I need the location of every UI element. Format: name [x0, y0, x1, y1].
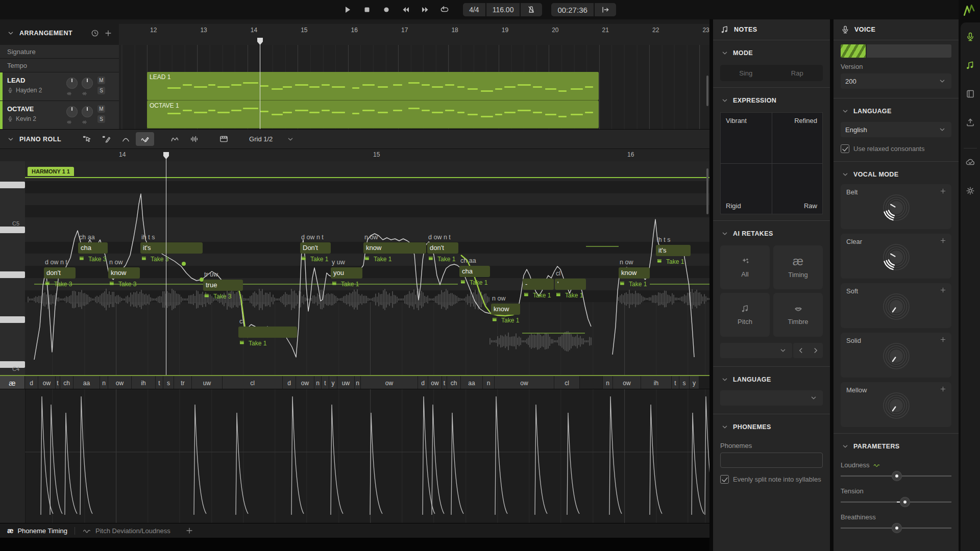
solo-button[interactable]: S: [97, 115, 105, 123]
volume-knob[interactable]: [66, 106, 78, 117]
piano-roll-scrollbar[interactable]: [706, 168, 708, 214]
breathiness-slider[interactable]: [841, 522, 951, 534]
phoneme-segment[interactable]: ch: [447, 376, 461, 390]
pan-knob[interactable]: [82, 106, 93, 117]
soft-knob[interactable]: [883, 293, 910, 320]
voice-avatar-row[interactable]: [841, 44, 951, 58]
phoneme-segment[interactable]: n: [355, 376, 361, 390]
expression-xy-pad[interactable]: Vibrant Refined Rigid Raw: [720, 112, 823, 214]
rewind-button[interactable]: [401, 5, 411, 15]
slider-thumb[interactable]: [900, 497, 910, 507]
phoneme-segment[interactable]: uw: [192, 376, 223, 390]
timecode[interactable]: 00:27:36: [551, 3, 593, 16]
vocal-mode-add-button[interactable]: [939, 336, 947, 343]
chevron-down-icon[interactable]: [6, 135, 15, 144]
select-note-tool[interactable]: [78, 132, 96, 146]
phoneme-segment[interactable]: ow: [428, 376, 442, 390]
clip-lead-1[interactable]: LEAD 1: [147, 72, 599, 101]
vocal-mode-add-button[interactable]: [939, 237, 947, 244]
add-track-button[interactable]: [104, 29, 113, 38]
relaxed-consonants-checkbox[interactable]: [841, 144, 849, 153]
rail-gear-button[interactable]: [965, 186, 975, 196]
loop-button[interactable]: [439, 5, 450, 15]
piano-key[interactable]: [0, 271, 25, 278]
signature-row[interactable]: Signature: [0, 45, 119, 59]
record-button[interactable]: [381, 5, 391, 15]
track-voice[interactable]: Kevin 2: [7, 115, 36, 122]
add-tab-button[interactable]: [185, 526, 194, 535]
piano-roll-ruler[interactable]: 141516: [0, 149, 709, 162]
time-signature[interactable]: 4/4: [463, 3, 485, 16]
loudness-slider[interactable]: [841, 470, 951, 482]
tempo-value[interactable]: 116.00: [486, 3, 520, 16]
tempo-row[interactable]: Tempo: [0, 59, 119, 72]
phoneme-segment[interactable]: t: [322, 376, 329, 390]
voice-name-bar[interactable]: [867, 44, 951, 58]
mellow-knob[interactable]: [883, 392, 910, 419]
belt-knob[interactable]: [883, 194, 910, 221]
phoneme-segment[interactable]: y: [690, 376, 699, 390]
film-tool[interactable]: [214, 132, 233, 146]
track-row-octave[interactable]: OCTAVEKevin 2MS: [0, 101, 119, 130]
ai-retakes-section-header[interactable]: AI RETAKES: [713, 221, 830, 243]
parameters-section-header[interactable]: PARAMETERS: [834, 434, 959, 456]
phoneme-segment[interactable]: n: [603, 376, 613, 390]
voice-language-dropdown[interactable]: English: [841, 122, 951, 137]
jump-to-playhead-button[interactable]: [595, 3, 616, 16]
phoneme-segment[interactable]: ih: [132, 376, 156, 390]
vocal-mode-add-button[interactable]: [939, 385, 947, 393]
arc-tool[interactable]: [116, 132, 135, 146]
voice-avatar-thumbnail[interactable]: [841, 44, 866, 58]
rail-upload-button[interactable]: [965, 117, 975, 128]
clip-octave-1[interactable]: OCTAVE 1: [147, 101, 599, 129]
slider-thumb[interactable]: [892, 523, 902, 533]
piano-key[interactable]: [0, 182, 25, 188]
forward-button[interactable]: [420, 5, 430, 15]
retake-all-button[interactable]: All: [720, 245, 770, 289]
phoneme-segment[interactable]: s: [679, 376, 690, 390]
mode-option-sing[interactable]: Sing: [720, 65, 772, 81]
mute-button[interactable]: M: [97, 77, 105, 84]
phoneme-segment[interactable]: n: [314, 376, 322, 390]
pitch-control-point[interactable]: [155, 246, 159, 251]
voice-language-section-header[interactable]: LANGUAGE: [834, 98, 959, 121]
rail-music-note-button[interactable]: [965, 60, 975, 70]
retake-pitch-button[interactable]: Pitch: [720, 293, 770, 337]
vocal-mode-section-header[interactable]: VOCAL MODE: [834, 162, 959, 184]
vocal-mode-add-button[interactable]: [939, 187, 947, 195]
phoneme-segment[interactable]: ow: [38, 376, 56, 390]
pitch-pencil-tool[interactable]: [136, 132, 154, 146]
phoneme-segment[interactable]: t: [442, 376, 447, 390]
retake-timing-button[interactable]: æ Timing: [773, 245, 823, 289]
phoneme-segment[interactable]: t: [672, 376, 679, 390]
rail-book-button[interactable]: [965, 89, 975, 99]
track-voice[interactable]: Hayden 2: [7, 87, 42, 94]
automation-wave-icon[interactable]: [873, 461, 880, 469]
piano-keyboard[interactable]: C5C4: [0, 161, 26, 375]
note-language-dropdown[interactable]: [720, 390, 823, 406]
phoneme-segment[interactable]: ow: [361, 376, 418, 390]
expression-section-header[interactable]: EXPRESSION: [713, 88, 830, 110]
evenly-split-checkbox[interactable]: [720, 475, 729, 484]
phoneme-segment[interactable]: ow: [613, 376, 641, 390]
pan-knob[interactable]: [82, 78, 93, 89]
mute-button[interactable]: M: [97, 105, 105, 113]
version-dropdown[interactable]: 200: [841, 73, 951, 89]
retake-next-button[interactable]: [808, 343, 823, 358]
phoneme-segment[interactable]: aa: [461, 376, 483, 390]
phoneme-segment[interactable]: d: [283, 376, 296, 390]
pitch-control-point[interactable]: [358, 268, 362, 272]
arrangement-ruler[interactable]: 121314151617181920212223: [119, 24, 709, 45]
phoneme-segment[interactable]: ow: [495, 376, 554, 390]
phoneme-segment[interactable]: ow: [108, 376, 132, 390]
phoneme-segment[interactable]: ih: [641, 376, 672, 390]
phoneme-segment[interactable]: ow: [296, 376, 314, 390]
phonemes-section-header[interactable]: PHONEMES: [713, 414, 830, 437]
phoneme-segment[interactable]: cl: [554, 376, 580, 390]
phoneme-segment[interactable]: n: [483, 376, 495, 390]
pitch-control-point[interactable]: [200, 278, 204, 282]
stop-button[interactable]: [362, 5, 372, 15]
phoneme-segment[interactable]: d: [418, 376, 428, 390]
pitch-control-point[interactable]: [119, 268, 124, 272]
chevron-down-icon[interactable]: [6, 29, 15, 38]
